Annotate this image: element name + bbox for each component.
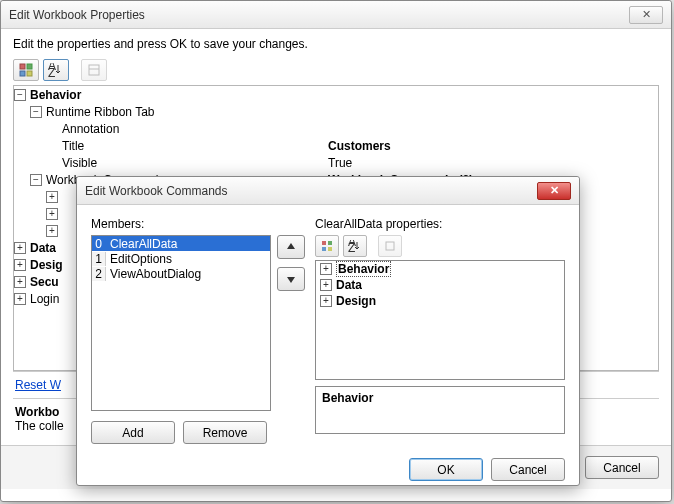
property-pages-button[interactable] xyxy=(81,59,107,81)
alphabetical-button[interactable]: AZ xyxy=(343,235,367,257)
prop-data: Data xyxy=(336,278,362,292)
expand-icon[interactable]: + xyxy=(46,208,58,220)
prop-visible: Visible xyxy=(62,156,97,170)
expand-icon[interactable]: + xyxy=(320,263,332,275)
categorized-button[interactable] xyxy=(315,235,339,257)
property-grid[interactable]: +Behavior +Data +Design xyxy=(315,260,565,380)
expand-icon[interactable]: + xyxy=(46,191,58,203)
prop-behavior: Behavior xyxy=(336,261,391,277)
description-box: Behavior xyxy=(315,386,565,434)
dialog-footer: OK Cancel xyxy=(77,452,579,493)
cancel-button[interactable]: Cancel xyxy=(491,458,565,481)
expand-icon[interactable]: + xyxy=(14,242,26,254)
expand-icon[interactable]: + xyxy=(14,293,26,305)
remove-button[interactable]: Remove xyxy=(183,421,267,444)
add-button[interactable]: Add xyxy=(91,421,175,444)
alphabetical-button[interactable]: AZ xyxy=(43,59,69,81)
list-item[interactable]: 2ViewAboutDialog xyxy=(92,266,270,281)
svg-rect-14 xyxy=(386,242,394,250)
svg-rect-9 xyxy=(328,241,332,245)
prop-design: Design xyxy=(336,294,376,308)
reset-link[interactable]: Reset W xyxy=(15,378,61,392)
main-title: Edit Workbook Properties xyxy=(9,8,629,22)
prop-runtime-ribbon-tab: Runtime Ribbon Tab xyxy=(46,105,155,119)
category-behavior: Behavior xyxy=(30,88,81,102)
expand-icon[interactable]: + xyxy=(320,279,332,291)
svg-rect-6 xyxy=(89,65,99,75)
prop-title: Title xyxy=(62,139,84,153)
svg-rect-1 xyxy=(27,64,32,69)
list-item[interactable]: 0ClearAllData xyxy=(92,236,270,251)
props-label: ClearAllData properties: xyxy=(315,217,565,231)
members-list[interactable]: 0ClearAllData 1EditOptions 2ViewAboutDia… xyxy=(91,235,271,411)
collapse-icon[interactable]: − xyxy=(30,174,42,186)
close-icon[interactable]: ✕ xyxy=(537,182,571,200)
category-security: Secu xyxy=(30,275,59,289)
dialog-titlebar: Edit Workbook Commands ✕ xyxy=(77,177,579,205)
expand-icon[interactable]: + xyxy=(14,259,26,271)
main-titlebar: Edit Workbook Properties ✕ xyxy=(1,1,671,29)
svg-text:Z: Z xyxy=(348,241,355,252)
commands-dialog: Edit Workbook Commands ✕ Members: 0Clear… xyxy=(76,176,580,486)
move-down-button[interactable] xyxy=(277,267,305,291)
expand-icon[interactable]: + xyxy=(320,295,332,307)
members-panel: Members: 0ClearAllData 1EditOptions 2Vie… xyxy=(91,217,305,444)
svg-rect-8 xyxy=(322,241,326,245)
ok-button[interactable]: OK xyxy=(409,458,483,481)
category-data: Data xyxy=(30,241,56,255)
prop-login: Login xyxy=(30,292,59,306)
val-visible[interactable]: True xyxy=(324,156,658,170)
collapse-icon[interactable]: − xyxy=(30,106,42,118)
dialog-title: Edit Workbook Commands xyxy=(85,184,537,198)
svg-text:Z: Z xyxy=(48,66,55,77)
val-title[interactable]: Customers xyxy=(324,139,658,153)
move-up-button[interactable] xyxy=(277,235,305,259)
property-toolbar: AZ xyxy=(13,59,659,81)
property-pages-button[interactable] xyxy=(378,235,402,257)
svg-rect-10 xyxy=(322,247,326,251)
list-item[interactable]: 1EditOptions xyxy=(92,251,270,266)
svg-rect-3 xyxy=(27,71,32,76)
svg-rect-2 xyxy=(20,71,25,76)
expand-icon[interactable]: + xyxy=(46,225,58,237)
prop-annotation: Annotation xyxy=(62,122,119,136)
category-design: Desig xyxy=(30,258,63,272)
properties-panel: ClearAllData properties: AZ +Behavior +D… xyxy=(315,217,565,444)
close-icon[interactable]: ✕ xyxy=(629,6,663,24)
collapse-icon[interactable]: − xyxy=(14,89,26,101)
description-head: Behavior xyxy=(322,391,373,405)
categorized-button[interactable] xyxy=(13,59,39,81)
cancel-button[interactable]: Cancel xyxy=(585,456,659,479)
members-label: Members: xyxy=(91,217,305,231)
expand-icon[interactable]: + xyxy=(14,276,26,288)
svg-rect-11 xyxy=(328,247,332,251)
svg-rect-0 xyxy=(20,64,25,69)
instruction-text: Edit the properties and press OK to save… xyxy=(13,37,659,51)
dialog-body: Members: 0ClearAllData 1EditOptions 2Vie… xyxy=(77,205,579,452)
